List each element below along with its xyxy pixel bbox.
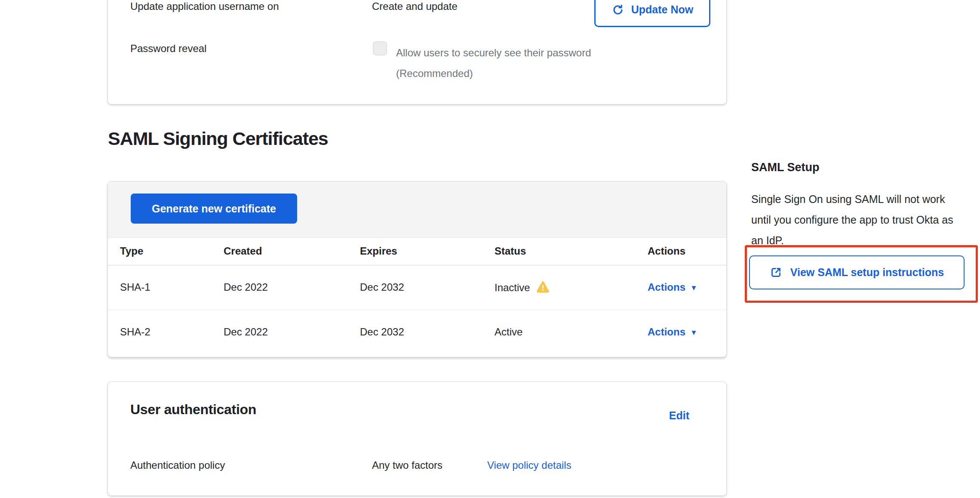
card-title: User authentication (130, 402, 256, 418)
caret-down-icon: ▼ (690, 329, 697, 336)
cert-created: Dec 2022 (212, 265, 348, 310)
sidebar-title: SAML Setup (751, 161, 980, 174)
column-header-created: Created (212, 238, 348, 265)
auth-policy-value: Any two factors (372, 459, 442, 471)
cert-actions-cell: Actions ▼ (636, 265, 726, 310)
edit-button[interactable]: Edit (669, 409, 689, 422)
table-row: SHA-1 Dec 2022 Dec 2032 Inactive Actions (108, 265, 726, 310)
status-badge: Inactive (495, 282, 530, 293)
password-reveal-option-text: Allow users to securely see their passwo… (396, 43, 637, 84)
username-update-label: Update application username on (130, 0, 279, 12)
password-reveal-checkbox[interactable] (373, 41, 387, 55)
column-header-actions: Actions (636, 238, 726, 265)
refresh-icon (611, 3, 624, 16)
actions-dropdown[interactable]: Actions ▼ (648, 326, 697, 338)
saml-setup-sidebar: SAML Setup Single Sign On using SAML wil… (751, 161, 980, 251)
cert-expires: Dec 2032 (348, 265, 482, 310)
column-header-type: Type (108, 238, 212, 265)
generate-certificate-button[interactable]: Generate new certificate (131, 194, 297, 224)
cert-status-cell: Inactive (482, 265, 636, 310)
username-update-value: Create and update (372, 0, 458, 12)
table-row: SHA-2 Dec 2022 Dec 2032 Active Actions ▼ (108, 310, 726, 354)
update-now-button[interactable]: Update Now (594, 0, 710, 27)
table-header-row: Type Created Expires Status Actions (108, 238, 726, 265)
actions-label: Actions (648, 281, 685, 293)
actions-label: Actions (648, 326, 685, 338)
cert-type: SHA-2 (108, 310, 212, 354)
cert-actions-cell: Actions ▼ (636, 310, 726, 354)
cert-created: Dec 2022 (212, 310, 348, 354)
view-policy-details-link[interactable]: View policy details (487, 459, 571, 471)
sidebar-description: Single Sign On using SAML will not work … (751, 189, 958, 251)
view-saml-setup-instructions-button[interactable]: View SAML setup instructions (749, 255, 965, 289)
external-link-icon (770, 266, 782, 279)
column-header-status: Status (482, 238, 636, 265)
column-header-expires: Expires (348, 238, 482, 265)
saml-certificates-card: Generate new certificate Type Created Ex… (108, 181, 727, 357)
certificates-toolbar: Generate new certificate (108, 181, 726, 238)
sign-on-settings-card: Update application username on Create an… (108, 0, 727, 105)
cert-type: SHA-1 (108, 265, 212, 310)
password-reveal-label: Password reveal (130, 43, 206, 55)
status-badge: Active (495, 326, 522, 338)
user-authentication-card: User authentication Edit Authentication … (108, 381, 727, 496)
warning-triangle-icon (536, 281, 550, 294)
caret-down-icon: ▼ (690, 284, 697, 292)
certificates-table: Type Created Expires Status Actions SHA-… (108, 238, 726, 354)
cert-expires: Dec 2032 (348, 310, 482, 354)
cert-status-cell: Active (482, 310, 636, 354)
auth-policy-label: Authentication policy (130, 459, 225, 471)
actions-dropdown[interactable]: Actions ▼ (648, 281, 697, 293)
page: Update application username on Create an… (0, 0, 980, 498)
update-now-label: Update Now (631, 3, 693, 16)
page-title: SAML Signing Certificates (108, 128, 328, 149)
saml-setup-button-label: View SAML setup instructions (790, 266, 944, 279)
